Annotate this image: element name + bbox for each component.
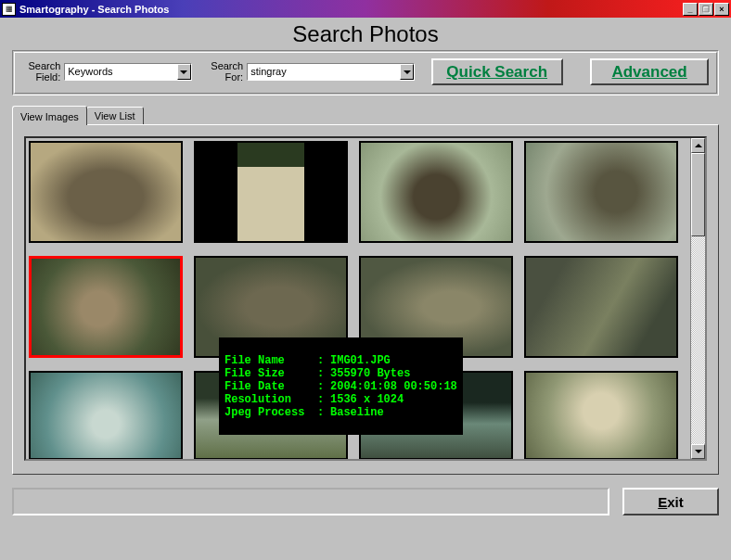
exit-button[interactable]: Exit (622, 488, 719, 515)
scroll-up-button[interactable] (691, 138, 705, 153)
advanced-button[interactable]: Advanced (590, 58, 709, 85)
titlebar: ▦ Smartography - Search Photos _ ❐ × (0, 0, 731, 18)
minimize-button[interactable]: _ (683, 3, 698, 16)
restore-button[interactable]: ❐ (699, 3, 713, 16)
window-title: Smartography - Search Photos (19, 4, 169, 15)
tab-view-list[interactable]: View List (86, 107, 144, 124)
thumbnail[interactable] (359, 141, 513, 243)
thumbnail[interactable] (524, 256, 678, 358)
thumbnail-selected[interactable] (29, 256, 183, 358)
search-for-dropdown[interactable]: stingray (247, 63, 415, 81)
gallery: File Name:IMG01.JPG File Size:355970 Byt… (26, 138, 690, 459)
thumbnail[interactable] (29, 141, 183, 243)
quick-search-button[interactable]: Quick Search (431, 58, 563, 85)
chevron-down-icon[interactable] (177, 64, 191, 80)
status-bar (12, 488, 609, 515)
page-title: Search Photos (0, 18, 731, 50)
window-buttons: _ ❐ × (682, 3, 729, 16)
thumbnail[interactable] (29, 371, 183, 459)
close-button[interactable]: × (714, 3, 729, 16)
thumbnail[interactable] (524, 141, 678, 243)
tab-strip: View Images View List (12, 105, 719, 124)
footer: Exit (12, 488, 719, 515)
gallery-frame: File Name:IMG01.JPG File Size:355970 Byt… (24, 136, 707, 461)
search-panel: Search Field: Keywords Search For: sting… (12, 50, 719, 95)
scroll-track[interactable] (691, 153, 705, 444)
tab-view-images[interactable]: View Images (12, 106, 87, 125)
thumbnail[interactable] (524, 371, 678, 459)
scroll-thumb[interactable] (691, 153, 705, 236)
search-for-value: stingray (248, 64, 400, 80)
scroll-down-button[interactable] (691, 444, 705, 459)
chevron-down-icon[interactable] (400, 64, 414, 80)
file-info-tooltip: File Name:IMG01.JPG File Size:355970 Byt… (219, 337, 463, 435)
thumbnail[interactable] (194, 141, 348, 243)
search-field-dropdown[interactable]: Keywords (64, 63, 192, 81)
gallery-scrollbar[interactable] (690, 138, 705, 459)
window-icon: ▦ (2, 3, 16, 16)
search-field-label: Search Field: (22, 61, 60, 83)
search-field-value: Keywords (65, 64, 177, 80)
tab-body: File Name:IMG01.JPG File Size:355970 Byt… (12, 124, 719, 475)
search-for-label: Search For: (201, 61, 243, 83)
